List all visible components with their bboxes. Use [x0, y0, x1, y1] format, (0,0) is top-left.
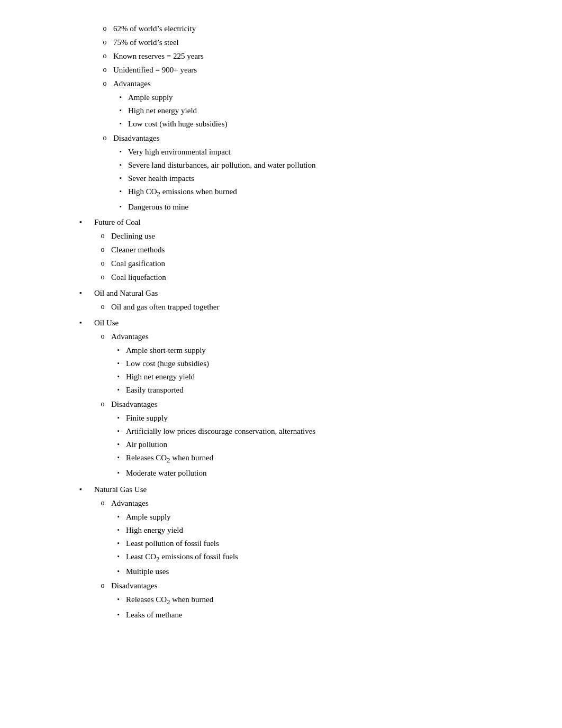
- oil-use-section: ▪ Oil Use o Advantages ▪Ample short-term…: [64, 316, 530, 481]
- oil-use-list: ▪ Oil Use o Advantages ▪Ample short-term…: [79, 316, 530, 481]
- ng-disadvantages-list: ▪Releases CO2 when burned ▪Leaks of meth…: [111, 593, 213, 621]
- item-text: Releases CO2 when burned: [126, 451, 213, 466]
- bullet-sq: ▪: [111, 550, 126, 561]
- list-item: o75% of world’s steel: [96, 36, 530, 49]
- oil-advantages-block: Advantages ▪Ample short-term supply ▪Low…: [111, 330, 209, 397]
- bullet-o: o: [96, 36, 113, 48]
- item-text: Coal liquefaction: [111, 271, 166, 284]
- bullet-sq: ▪: [111, 451, 126, 462]
- list-item: ▪Least pollution of fossil fuels: [111, 537, 238, 550]
- natural-gas-use-section: ▪ Natural Gas Use o Advantages ▪Ample su…: [64, 483, 530, 623]
- item-text: Sever health impacts: [128, 172, 194, 185]
- bullet-o: o: [94, 301, 111, 313]
- ng-advantages-block: Advantages ▪Ample supply ▪High energy yi…: [111, 497, 238, 579]
- oil-natural-gas-section: ▪ Oil and Natural Gas oOil and gas often…: [64, 287, 530, 314]
- list-item: ▪Ample supply: [111, 511, 238, 523]
- list-item: o Disadvantages ▪Finite supply ▪Artifici…: [94, 398, 315, 480]
- item-text: Unidentified = 900+ years: [113, 63, 197, 76]
- bullet-sq: ▪: [111, 438, 126, 449]
- list-item: oOil and gas often trapped together: [94, 301, 220, 313]
- list-item: ▪High net energy yield: [113, 104, 227, 117]
- list-item: ▪Ample short-term supply: [111, 344, 209, 357]
- ng-advantages-list: ▪Ample supply ▪High energy yield ▪Least …: [111, 511, 238, 578]
- bullet-sq: ▪: [111, 384, 126, 395]
- list-item: ▪ Natural Gas Use o Advantages ▪Ample su…: [79, 483, 530, 623]
- bullet-sq: ▪: [113, 159, 128, 170]
- oil-use-label: Oil Use: [94, 319, 119, 327]
- future-coal-label: Future of Coal: [94, 218, 141, 226]
- item-text: Easily transported: [126, 384, 184, 396]
- bullet-square-icon: ▪: [79, 483, 94, 495]
- list-item: oDeclining use: [94, 230, 166, 242]
- item-text: High CO2 emissions when burned: [128, 185, 237, 200]
- item-text: Severe land disturbances, air pollution,…: [128, 159, 316, 171]
- bullet-sq: ▪: [111, 467, 126, 478]
- subscript: 2: [157, 190, 161, 198]
- list-item: ▪ Oil and Natural Gas oOil and gas often…: [79, 287, 530, 314]
- natural-gas-use-list: ▪ Natural Gas Use o Advantages ▪Ample su…: [79, 483, 530, 623]
- list-item: oCleaner methods: [94, 243, 166, 256]
- bullet-sq: ▪: [113, 172, 128, 183]
- list-item: o Disadvantages ▪Very high environmental…: [96, 132, 530, 214]
- oil-natural-gas-list: ▪ Oil and Natural Gas oOil and gas often…: [79, 287, 530, 314]
- list-item: ▪High energy yield: [111, 524, 238, 536]
- bullet-o: o: [94, 579, 111, 592]
- future-coal-children: oDeclining use oCleaner methods oCoal ga…: [94, 230, 166, 284]
- natural-gas-use-label: Natural Gas Use: [94, 485, 147, 494]
- item-text: Moderate water pollution: [126, 467, 206, 479]
- list-item: ▪ Oil Use o Advantages ▪Ample short-term…: [79, 316, 530, 481]
- item-text: Coal gasification: [111, 257, 165, 270]
- bullet-sq: ▪: [113, 104, 128, 115]
- disadvantages-block: Disadvantages ▪Very high environmental i…: [113, 132, 316, 214]
- bullet-square-icon: ▪: [79, 216, 94, 228]
- bullet-o: o: [94, 330, 111, 342]
- list-item: o62% of world’s electricity: [96, 22, 530, 35]
- list-item: ▪Low cost (with huge subsidies): [113, 117, 227, 130]
- list-item: ▪Sever health impacts: [113, 172, 316, 185]
- item-text: High energy yield: [126, 524, 183, 536]
- oil-natural-gas-children: oOil and gas often trapped together: [94, 301, 220, 313]
- bullet-o: o: [96, 132, 113, 144]
- bullet-square-icon: ▪: [79, 287, 94, 299]
- list-item: o Advantages ▪Ample supply ▪High net ene…: [96, 77, 530, 131]
- oil-disadvantages-block: Disadvantages ▪Finite supply ▪Artificial…: [111, 398, 315, 480]
- item-text: Dangerous to mine: [128, 201, 188, 213]
- advantages-list: ▪Ample supply ▪High net energy yield ▪Lo…: [113, 91, 227, 130]
- list-item: ▪Ample supply: [113, 91, 227, 104]
- bullet-o: o: [94, 243, 111, 256]
- list-item: oCoal liquefaction: [94, 271, 166, 284]
- item-text: Known reserves = 225 years: [113, 50, 204, 62]
- list-item: oUnidentified = 900+ years: [96, 63, 530, 76]
- list-item: oCoal gasification: [94, 257, 166, 270]
- item-text: Leaks of methane: [126, 608, 183, 621]
- oil-advantages-label: Advantages: [111, 332, 149, 341]
- coal-stats-list: o62% of world’s electricity o75% of worl…: [96, 22, 530, 214]
- list-item: ▪Moderate water pollution: [111, 467, 315, 479]
- bullet-sq: ▪: [111, 608, 126, 620]
- bullet-o: o: [94, 230, 111, 242]
- ng-disadvantages-block: Disadvantages ▪Releases CO2 when burned …: [111, 579, 213, 622]
- ng-advantages-label: Advantages: [111, 499, 149, 507]
- bullet-sq: ▪: [111, 370, 126, 381]
- advantages-block: Advantages ▪Ample supply ▪High net energ…: [113, 77, 227, 131]
- item-text: Very high environmental impact: [128, 145, 231, 158]
- bullet-o: o: [96, 22, 113, 34]
- item-text: Ample supply: [126, 511, 171, 523]
- item-text: Least pollution of fossil fuels: [126, 537, 219, 550]
- bullet-o: o: [94, 257, 111, 269]
- list-item: ▪ Future of Coal oDeclining use oCleaner…: [79, 216, 530, 285]
- subscript: 2: [167, 456, 170, 464]
- item-text: Declining use: [111, 230, 155, 242]
- bullet-sq: ▪: [113, 145, 128, 157]
- list-item: ▪Releases CO2 when burned: [111, 593, 213, 608]
- bullet-o: o: [94, 271, 111, 283]
- list-item: ▪Releases CO2 when burned: [111, 451, 315, 466]
- item-text: Releases CO2 when burned: [126, 593, 213, 608]
- item-text: Low cost (with huge subsidies): [128, 117, 227, 130]
- list-item: ▪Low cost (huge subsidies): [111, 357, 209, 370]
- subscript: 2: [167, 598, 170, 606]
- natural-gas-use-children: o Advantages ▪Ample supply ▪High energy …: [94, 497, 238, 622]
- item-text: Multiple uses: [126, 565, 169, 578]
- bullet-sq: ▪: [111, 344, 126, 355]
- item-text: Oil and gas often trapped together: [111, 301, 220, 313]
